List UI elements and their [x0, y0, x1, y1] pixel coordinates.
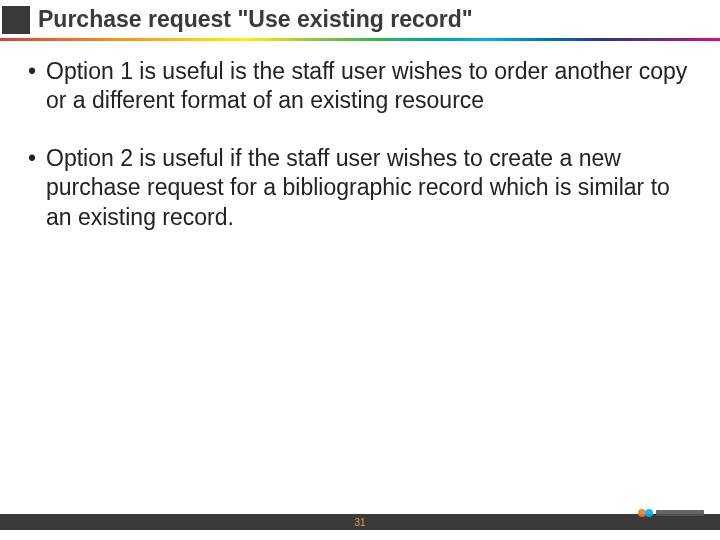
slide-header: Purchase request "Use existing record"	[0, 0, 720, 45]
list-item: Option 2 is useful if the staff user wis…	[28, 144, 692, 232]
list-item: Option 1 is useful is the staff user wis…	[28, 57, 692, 116]
svg-rect-2	[656, 510, 704, 516]
header-row: Purchase request "Use existing record"	[0, 6, 720, 34]
svg-point-1	[645, 509, 653, 517]
brand-logo-icon	[636, 504, 706, 522]
page-number: 31	[0, 517, 720, 528]
rainbow-divider	[0, 38, 720, 41]
bullet-list: Option 1 is useful is the staff user wis…	[28, 57, 692, 232]
svg-point-0	[638, 509, 646, 517]
slide-title: Purchase request "Use existing record"	[38, 6, 473, 34]
header-accent-block	[2, 6, 30, 34]
slide-body: Option 1 is useful is the staff user wis…	[0, 45, 720, 232]
slide: Purchase request "Use existing record" O…	[0, 0, 720, 540]
